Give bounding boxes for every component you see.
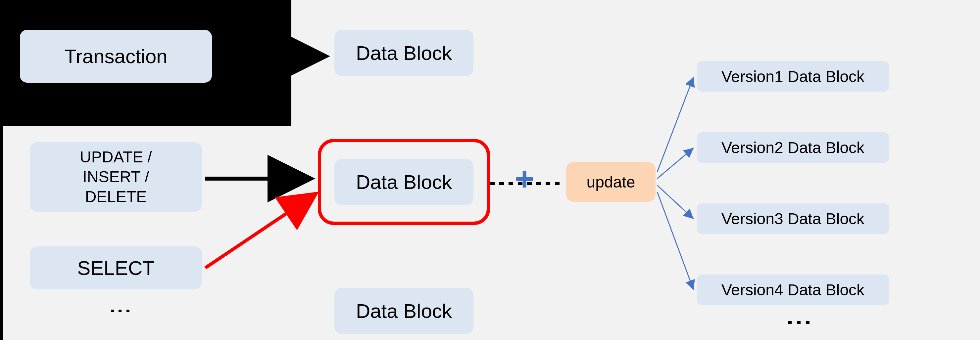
version2-label: Version2 Data Block <box>721 139 864 157</box>
version3-label: Version3 Data Block <box>721 210 864 228</box>
highlight-frame <box>318 139 490 225</box>
data-block-1: Data Block <box>334 30 473 76</box>
right-ellipsis-icon: ⋮ <box>786 309 813 336</box>
diagram-canvas: Transaction UPDATE / INSERT / DELETE SEL… <box>0 0 980 340</box>
data-block-3-label: Data Block <box>356 300 452 323</box>
select-node: SELECT <box>30 247 202 289</box>
transaction-label: Transaction <box>64 45 167 68</box>
data-block-1-label: Data Block <box>356 42 452 65</box>
version3-node: Version3 Data Block <box>697 203 889 234</box>
plus-icon: + <box>515 162 534 195</box>
version1-label: Version1 Data Block <box>721 68 864 85</box>
left-ellipsis-icon: ⋮ <box>109 299 132 323</box>
version1-node: Version1 Data Block <box>697 61 889 92</box>
version2-node: Version2 Data Block <box>697 132 889 163</box>
select-label: SELECT <box>77 257 154 280</box>
plus-label: + <box>515 160 534 197</box>
update-node: update <box>566 162 655 202</box>
data-block-3: Data Block <box>334 288 473 334</box>
update-label: update <box>587 173 635 191</box>
version4-node: Version4 Data Block <box>697 275 889 305</box>
version4-label: Version4 Data Block <box>721 281 864 299</box>
ops-node: UPDATE / INSERT / DELETE <box>30 142 202 212</box>
ops-label: UPDATE / INSERT / DELETE <box>80 147 152 207</box>
transaction-node: Transaction <box>20 30 212 83</box>
